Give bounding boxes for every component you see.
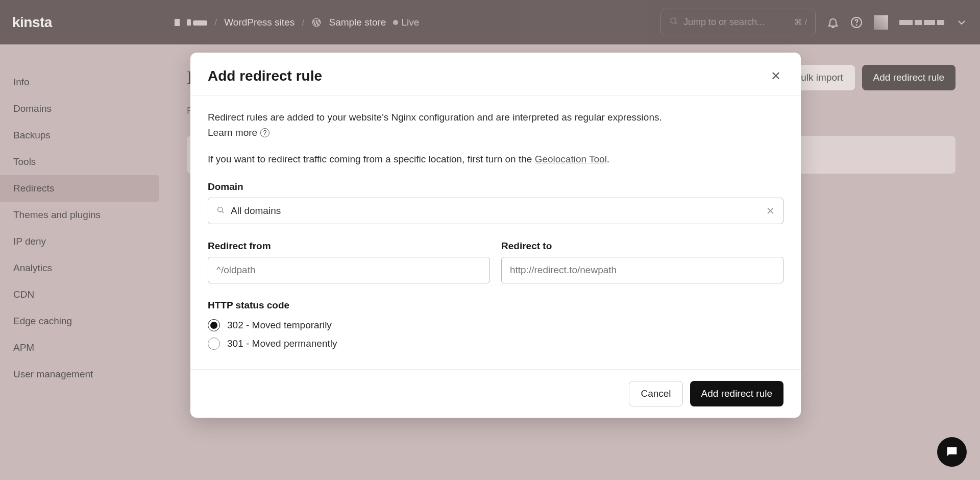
help-circle-icon: ?	[260, 128, 270, 137]
status-code-group: 302 - Moved temporarily 301 - Moved perm…	[208, 316, 783, 353]
modal-overlay: Add redirect rule ✕ Redirect rules are a…	[0, 0, 980, 480]
radio-icon	[208, 319, 220, 331]
geo-pre: If you want to redirect traffic coming f…	[208, 154, 535, 164]
submit-button[interactable]: Add redirect rule	[690, 381, 783, 406]
modal-header: Add redirect rule ✕	[190, 53, 801, 96]
modal-body: Redirect rules are added to your website…	[190, 96, 801, 369]
search-icon	[216, 205, 225, 217]
modal-description: Redirect rules are added to your website…	[208, 110, 783, 125]
status-301-option[interactable]: 301 - Moved permanently	[208, 334, 783, 353]
add-redirect-modal: Add redirect rule ✕ Redirect rules are a…	[190, 53, 801, 418]
close-icon[interactable]: ✕	[768, 68, 783, 84]
status-302-label: 302 - Moved temporarily	[227, 320, 332, 331]
redirect-from-label: Redirect from	[208, 241, 490, 252]
domain-value: All domains	[231, 205, 766, 217]
geolocation-note: If you want to redirect traffic coming f…	[208, 154, 783, 165]
redirect-from-field[interactable]	[216, 265, 481, 276]
clear-icon[interactable]: ✕	[766, 205, 775, 217]
geolocation-tool-link[interactable]: Geolocation Tool	[535, 154, 607, 164]
redirect-to-label: Redirect to	[501, 241, 783, 252]
status-302-option[interactable]: 302 - Moved temporarily	[208, 316, 783, 334]
modal-title: Add redirect rule	[208, 68, 322, 84]
learn-more-text: Learn more	[208, 127, 257, 138]
domain-label: Domain	[208, 181, 783, 193]
learn-more-link[interactable]: Learn more ?	[208, 127, 270, 138]
domain-select[interactable]: All domains ✕	[208, 198, 783, 224]
cancel-button[interactable]: Cancel	[629, 381, 682, 406]
redirect-from-input[interactable]	[208, 257, 490, 283]
radio-icon	[208, 338, 220, 350]
modal-footer: Cancel Add redirect rule	[190, 369, 801, 418]
geo-post: .	[607, 154, 609, 164]
svg-line-5	[222, 211, 224, 213]
status-code-label: HTTP status code	[208, 300, 783, 311]
status-301-label: 301 - Moved permanently	[227, 338, 337, 349]
redirect-to-input[interactable]	[501, 257, 783, 283]
redirect-to-field[interactable]	[510, 265, 775, 276]
chat-fab[interactable]	[937, 437, 967, 467]
svg-point-4	[218, 207, 223, 211]
